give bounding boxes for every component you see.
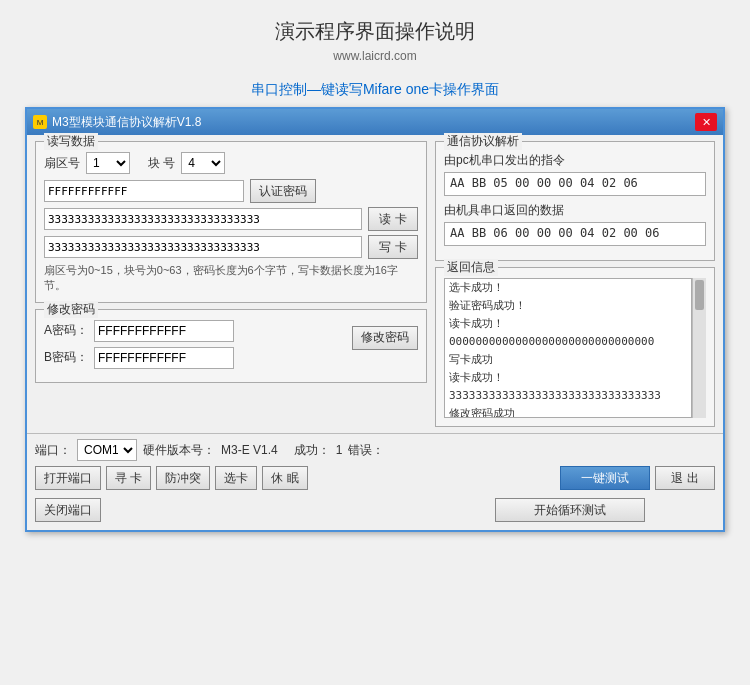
- select-card-btn[interactable]: 选卡: [215, 466, 257, 490]
- section-label: 串口控制—键读写Mifare one卡操作界面: [251, 81, 499, 99]
- list-item: 修改密码成功: [445, 405, 691, 418]
- sector-select[interactable]: 1 2: [86, 152, 130, 174]
- read-write-group: 读写数据 扇区号 1 2 块 号 4 5: [35, 141, 427, 303]
- b-password-input[interactable]: [94, 347, 234, 369]
- read-data-input[interactable]: [44, 208, 362, 230]
- read-write-title: 读写数据: [44, 133, 98, 150]
- window-body: 读写数据 扇区号 1 2 块 号 4 5: [27, 135, 723, 433]
- one-key-test-btn[interactable]: 一键测试: [560, 466, 650, 490]
- port-select[interactable]: COM1: [77, 439, 137, 461]
- return-info-title: 返回信息: [444, 259, 498, 276]
- bottom-bar: 端口： COM1 硬件版本号： M3-E V1.4 成功： 1 错误：: [27, 433, 723, 466]
- error-label: 错误：: [348, 442, 384, 459]
- open-port-btn[interactable]: 打开端口: [35, 466, 101, 490]
- note-text: 扇区号为0~15，块号为0~63，密码长度为6个字节，写卡数据长度为16字节。: [44, 263, 418, 294]
- write-data-input[interactable]: [44, 236, 362, 258]
- scrollbar[interactable]: [692, 278, 706, 418]
- modify-password-btn[interactable]: 修改密码: [352, 326, 418, 350]
- machine-return-label: 由机具串口返回的数据: [444, 202, 706, 219]
- password-row: 认证密码: [44, 179, 418, 203]
- scrollbar-thumb[interactable]: [695, 280, 704, 310]
- second-buttons-row: 关闭端口 开始循环测试: [27, 498, 723, 530]
- page-title: 演示程序界面操作说明: [275, 18, 475, 45]
- b-password-label: B密码：: [44, 349, 88, 366]
- success-value: 1: [336, 443, 343, 457]
- window-titlebar: M M3型模块通信协议解析V1.8 ✕: [27, 109, 723, 135]
- modify-password-group: 修改密码 A密码： B密码： 修改密码: [35, 309, 427, 383]
- hardware-value: M3-E V1.4: [221, 443, 278, 457]
- read-data-row: 读 卡: [44, 207, 418, 231]
- main-window: M M3型模块通信协议解析V1.8 ✕ 读写数据 扇区号 1 2 块 号: [25, 107, 725, 532]
- pc-cmd-value: AA BB 05 00 00 00 04 02 06: [444, 172, 706, 196]
- b-password-row: B密码：: [44, 347, 344, 369]
- sector-label: 扇区号: [44, 155, 80, 172]
- cycle-test-btn[interactable]: 开始循环测试: [495, 498, 645, 522]
- success-label: 成功：: [294, 442, 330, 459]
- protocol-group: 通信协议解析 由pc机串口发出的指令 AA BB 05 00 00 00 04 …: [435, 141, 715, 261]
- close-port-btn[interactable]: 关闭端口: [35, 498, 101, 522]
- hardware-label: 硬件版本号：: [143, 442, 215, 459]
- block-label: 块 号: [148, 155, 175, 172]
- sector-row: 扇区号 1 2 块 号 4 5: [44, 152, 418, 174]
- return-info-group: 返回信息 选卡成功！验证密码成功！读卡成功！000000000000000000…: [435, 267, 715, 427]
- port-label: 端口：: [35, 442, 71, 459]
- sleep-btn[interactable]: 休 眠: [262, 466, 307, 490]
- list-item: 选卡成功！: [445, 279, 691, 297]
- find-card-btn[interactable]: 寻 卡: [106, 466, 151, 490]
- page-header: 演示程序界面操作说明 www.laicrd.com: [275, 18, 475, 63]
- a-password-input[interactable]: [94, 320, 234, 342]
- write-btn[interactable]: 写 卡: [368, 235, 418, 259]
- machine-return-value: AA BB 06 00 00 00 04 02 00 06: [444, 222, 706, 246]
- auth-btn[interactable]: 认证密码: [250, 179, 316, 203]
- right-panel: 通信协议解析 由pc机串口发出的指令 AA BB 05 00 00 00 04 …: [435, 141, 715, 427]
- block-select[interactable]: 4 5: [181, 152, 225, 174]
- list-item: 0000000000000000000000000000000: [445, 333, 691, 351]
- window-title: M3型模块通信协议解析V1.8: [52, 114, 201, 131]
- page-website: www.laicrd.com: [275, 49, 475, 63]
- modify-password-title: 修改密码: [44, 301, 98, 318]
- exit-btn[interactable]: 退 出: [655, 466, 715, 490]
- left-panel: 读写数据 扇区号 1 2 块 号 4 5: [35, 141, 427, 427]
- read-btn[interactable]: 读 卡: [368, 207, 418, 231]
- a-password-label: A密码：: [44, 322, 88, 339]
- protocol-title: 通信协议解析: [444, 133, 522, 150]
- titlebar-left: M M3型模块通信协议解析V1.8: [33, 114, 201, 131]
- window-app-icon: M: [33, 115, 47, 129]
- list-item: 验证密码成功！: [445, 297, 691, 315]
- pc-cmd-label: 由pc机串口发出的指令: [444, 152, 706, 169]
- action-buttons-row: 打开端口 寻 卡 防冲突 选卡 休 眠 一键测试 退 出: [27, 466, 723, 498]
- a-password-row: A密码：: [44, 320, 344, 342]
- list-item: 33333333333333333333333333333333: [445, 387, 691, 405]
- list-item: 写卡成功: [445, 351, 691, 369]
- write-data-row: 写 卡: [44, 235, 418, 259]
- password-input[interactable]: [44, 180, 244, 202]
- anti-collision-btn[interactable]: 防冲突: [156, 466, 210, 490]
- list-item: 读卡成功！: [445, 315, 691, 333]
- list-item: 读卡成功！: [445, 369, 691, 387]
- window-close-button[interactable]: ✕: [695, 113, 717, 131]
- return-list[interactable]: 选卡成功！验证密码成功！读卡成功！00000000000000000000000…: [444, 278, 692, 418]
